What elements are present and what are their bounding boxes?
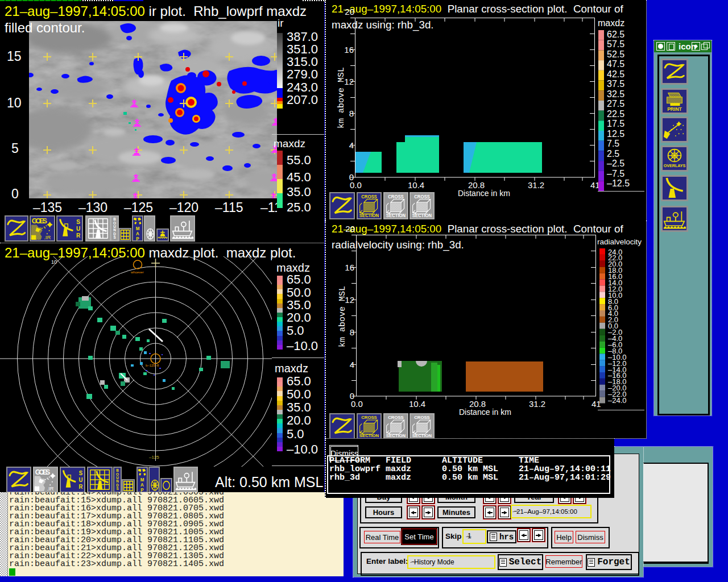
svg-text:whoever: whoever bbox=[130, 271, 144, 274]
svg-text:2.5: 2.5 bbox=[607, 149, 619, 159]
svg-text:37.5: 37.5 bbox=[607, 79, 624, 89]
svg-text:31.2: 31.2 bbox=[528, 180, 544, 190]
svg-text:22.5: 22.5 bbox=[607, 109, 624, 119]
svg-text:b–125–8: b–125–8 bbox=[146, 364, 159, 367]
svg-text:km above MSL: km above MSL bbox=[338, 286, 348, 347]
svg-text:47.5: 47.5 bbox=[607, 59, 624, 69]
svg-text:10.4: 10.4 bbox=[408, 180, 424, 190]
svg-text:maxdz: maxdz bbox=[598, 18, 624, 28]
svg-text:0.0: 0.0 bbox=[350, 180, 362, 190]
svg-text:–7.5: –7.5 bbox=[607, 169, 624, 178]
svg-text:52.5: 52.5 bbox=[607, 49, 624, 59]
svg-text:16: 16 bbox=[345, 263, 354, 272]
svg-text:20: 20 bbox=[345, 224, 355, 234]
svg-text:0.0: 0.0 bbox=[351, 399, 363, 409]
svg-text:–125: –125 bbox=[149, 455, 159, 460]
svg-text:–24.0: –24.0 bbox=[608, 396, 627, 405]
svg-text:8: 8 bbox=[349, 109, 354, 118]
svg-text:10.4: 10.4 bbox=[409, 399, 425, 409]
svg-text:8: 8 bbox=[350, 327, 354, 337]
svg-text:radialvelocity: radialvelocity bbox=[597, 238, 642, 246]
svg-text:27.5: 27.5 bbox=[607, 99, 624, 109]
svg-text:17.5: 17.5 bbox=[607, 119, 624, 128]
svg-text:20: 20 bbox=[345, 7, 354, 16]
svg-text:62.5: 62.5 bbox=[607, 30, 624, 39]
svg-text:–2.5: –2.5 bbox=[607, 159, 624, 168]
svg-text:–12.5: –12.5 bbox=[607, 178, 630, 188]
svg-text:42.5: 42.5 bbox=[607, 69, 624, 79]
svg-text:7.5: 7.5 bbox=[607, 139, 619, 148]
svg-text:12.5: 12.5 bbox=[607, 129, 624, 139]
svg-text:16: 16 bbox=[344, 45, 354, 55]
svg-text:32.5: 32.5 bbox=[607, 89, 624, 99]
svg-text:km above MSL: km above MSL bbox=[337, 67, 346, 128]
svg-text:57.5: 57.5 bbox=[607, 39, 624, 49]
svg-text:31.2: 31.2 bbox=[529, 399, 545, 409]
svg-text:4: 4 bbox=[349, 140, 354, 150]
svg-text:4: 4 bbox=[350, 360, 354, 369]
